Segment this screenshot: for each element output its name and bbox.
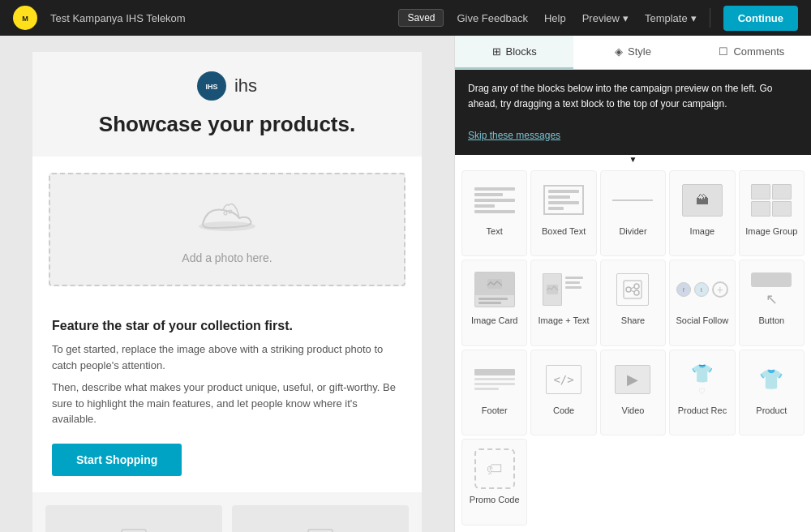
block-social-follow-label: Social Follow — [676, 315, 728, 325]
block-promo-code-label: Promo Code — [470, 495, 520, 504]
image-group-block-icon — [745, 179, 797, 221]
block-code[interactable]: </> Code — [530, 350, 596, 436]
bottom-placeholder-1 — [45, 505, 222, 533]
product-image-section: Add a photo here. — [32, 157, 422, 302]
ihs-logo-icon: IHS — [197, 71, 226, 101]
nav-links: Give Feedback Help Preview ▾ Template ▾ — [457, 12, 696, 24]
tab-style[interactable]: ◈ Style — [573, 36, 692, 69]
block-boxed-text[interactable]: Boxed Text — [530, 170, 596, 257]
comments-icon: ☐ — [719, 45, 728, 58]
campaign-preview-panel: IHS ihs Showcase your products. — [0, 36, 454, 532]
block-share-label: Share — [621, 315, 645, 325]
svg-point-12 — [634, 284, 639, 289]
svg-text:IHS: IHS — [205, 83, 217, 91]
feature-desc-1: To get started, replace the image above … — [52, 341, 402, 373]
block-text[interactable]: Text — [461, 170, 527, 257]
svg-point-14 — [634, 290, 639, 295]
block-promo-code[interactable]: 🏷 Promo Code — [461, 439, 527, 526]
give-feedback-link[interactable]: Give Feedback — [457, 12, 527, 24]
block-product-rec[interactable]: 👕 ♡ Product Rec — [669, 350, 735, 436]
campaign-logo-text: ihs — [234, 75, 257, 97]
block-divider-label: Divider — [619, 226, 646, 236]
block-button[interactable]: ↖ Button — [739, 260, 805, 346]
tab-comments[interactable]: ☐ Comments — [693, 36, 811, 69]
campaign-container: IHS ihs Showcase your products. — [32, 52, 422, 532]
divider-block-icon — [607, 179, 659, 221]
start-shopping-button[interactable]: Start Shopping — [52, 444, 182, 476]
svg-text:M: M — [22, 15, 28, 23]
blocks-grid-icon: ⊞ — [492, 45, 501, 58]
product-rec-block-icon: 👕 ♡ — [676, 358, 728, 401]
block-image-label: Image — [690, 226, 715, 236]
top-nav: M Test Kampanya IHS Telekom Saved Give F… — [0, 0, 811, 36]
block-share[interactable]: Share — [600, 260, 666, 346]
right-panel: ⊞ Blocks ◈ Style ☐ Comments Drag any of … — [454, 36, 811, 532]
add-photo-text: Add a photo here. — [182, 251, 272, 264]
svg-rect-7 — [122, 530, 146, 533]
block-text-label: Text — [487, 226, 503, 236]
block-image-group[interactable]: Image Group — [739, 170, 805, 257]
share-block-icon — [607, 268, 659, 311]
block-product-label: Product — [756, 405, 787, 415]
block-video-label: Video — [622, 405, 645, 415]
svg-line-15 — [631, 287, 634, 289]
info-banner-text: Drag any of the blocks below into the ca… — [468, 81, 798, 112]
svg-point-5 — [224, 212, 227, 215]
campaign-logo: IHS ihs — [197, 71, 257, 101]
tabs: ⊞ Blocks ◈ Style ☐ Comments — [455, 36, 811, 70]
block-image-card[interactable]: Image Card — [461, 260, 527, 346]
campaign-bottom — [32, 492, 422, 533]
block-image-text[interactable]: Image + Text — [530, 260, 596, 346]
product-image-placeholder[interactable]: Add a photo here. — [49, 173, 406, 286]
boxed-text-block-icon — [538, 179, 590, 221]
saved-button[interactable]: Saved — [398, 9, 444, 27]
info-banner: Drag any of the blocks below into the ca… — [455, 70, 811, 155]
block-social-follow[interactable]: f t + Social Follow — [669, 260, 735, 346]
image-text-block-icon — [538, 268, 590, 311]
code-block-icon: </> — [538, 358, 590, 401]
svg-rect-10 — [547, 285, 558, 294]
image-card-block-icon — [469, 268, 521, 311]
promo-code-block-icon: 🏷 — [469, 448, 521, 490]
block-product-rec-label: Product Rec — [678, 405, 727, 415]
campaign-title: Test Kampanya IHS Telekom — [50, 12, 385, 24]
help-link[interactable]: Help — [544, 12, 566, 24]
svg-line-16 — [631, 290, 634, 292]
style-icon: ◈ — [615, 45, 623, 58]
image-block-icon — [676, 179, 728, 221]
svg-rect-8 — [308, 530, 333, 533]
preview-chevron-icon: ▾ — [623, 12, 629, 24]
block-video[interactable]: ▶ Video — [600, 350, 666, 436]
block-code-label: Code — [553, 405, 574, 415]
video-block-icon: ▶ — [607, 358, 659, 401]
template-link[interactable]: Template ▾ — [645, 12, 697, 24]
block-boxed-text-label: Boxed Text — [542, 226, 586, 236]
main-layout: IHS ihs Showcase your products. — [0, 36, 811, 532]
footer-block-icon — [469, 358, 521, 401]
shoe-icon — [195, 195, 260, 245]
preview-link[interactable]: Preview ▾ — [582, 12, 629, 24]
text-block-icon — [469, 179, 521, 221]
template-chevron-icon: ▾ — [691, 12, 697, 24]
block-product[interactable]: 👕 Product — [739, 350, 805, 436]
feature-title: Feature the star of your collection firs… — [52, 319, 402, 333]
block-footer[interactable]: Footer — [461, 350, 527, 436]
mailchimp-logo[interactable]: M — [13, 6, 37, 30]
skip-messages-link[interactable]: Skip these messages — [468, 130, 560, 141]
campaign-header: IHS ihs Showcase your products. — [32, 52, 422, 157]
bottom-placeholder-2 — [232, 505, 409, 533]
continue-button[interactable]: Continue — [723, 6, 798, 31]
product-description: Feature the star of your collection firs… — [32, 302, 422, 492]
tab-blocks[interactable]: ⊞ Blocks — [455, 36, 573, 69]
info-banner-arrow: ▼ — [455, 155, 811, 164]
block-image-group-label: Image Group — [745, 226, 797, 236]
block-divider[interactable]: Divider — [600, 170, 666, 257]
block-image-text-label: Image + Text — [539, 315, 590, 325]
feature-desc-2: Then, describe what makes your product u… — [52, 380, 402, 427]
blocks-grid: Text Boxed Text Div — [455, 164, 811, 532]
block-footer-label: Footer — [482, 405, 508, 415]
svg-point-13 — [626, 287, 631, 292]
block-image[interactable]: Image — [669, 170, 735, 257]
product-block-icon: 👕 — [745, 358, 797, 401]
block-image-card-label: Image Card — [471, 315, 517, 325]
